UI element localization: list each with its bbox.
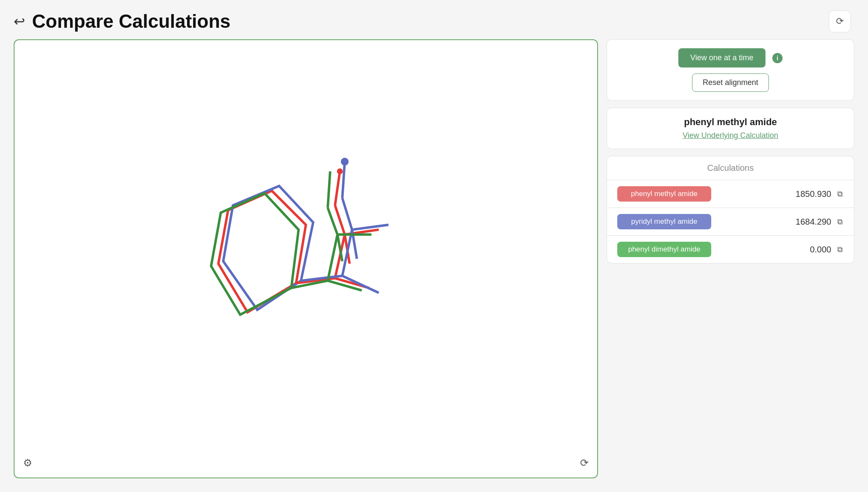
table-row: phenyl methyl amide 1850.930 ⧉ <box>607 180 854 208</box>
reset-alignment-button[interactable]: Reset alignment <box>692 73 769 92</box>
controls-card: View one at a time i Reset alignment <box>607 39 854 101</box>
calc-value-group-1: 1684.290 ⧉ <box>796 217 844 227</box>
main-content: ⚙ ⟳ View one at a time i Reset alignment… <box>0 39 868 492</box>
header-left: ↩ Compare Calculations <box>14 11 231 32</box>
calculations-card: Calculations phenyl methyl amide 1850.93… <box>607 156 854 264</box>
calc-value-2: 0.000 <box>810 245 831 255</box>
view-controls-row: View one at a time i <box>678 48 783 67</box>
svg-line-13 <box>342 161 345 198</box>
svg-point-24 <box>341 158 349 165</box>
svg-line-15 <box>352 225 388 229</box>
compound-label-red: phenyl methyl amide <box>617 186 711 202</box>
svg-line-12 <box>342 198 352 230</box>
svg-line-20 <box>328 171 330 208</box>
calc-value-1: 1684.290 <box>796 217 831 227</box>
svg-point-25 <box>337 168 343 174</box>
molecule-svg <box>15 40 597 477</box>
compound-label-green: phenyl dimethyl amide <box>617 242 711 257</box>
svg-line-6 <box>335 171 340 205</box>
calc-value-group-0: 1850.930 ⧉ <box>796 189 844 199</box>
table-row: phenyl dimethyl amide 0.000 ⧉ <box>607 236 854 263</box>
molecule-refresh-button[interactable]: ⟳ <box>580 457 589 469</box>
view-one-at-a-time-button[interactable]: View one at a time <box>678 48 765 67</box>
top-refresh-button[interactable]: ⟳ <box>829 10 851 32</box>
back-icon[interactable]: ↩ <box>14 13 25 29</box>
page-header: ↩ Compare Calculations ⟳ <box>0 0 868 39</box>
calc-value-0: 1850.930 <box>796 189 831 199</box>
view-underlying-calculation-link[interactable]: View Underlying Calculation <box>617 131 844 140</box>
calc-value-group-2: 0.000 ⧉ <box>810 244 844 255</box>
compound-card: phenyl methyl amide View Underlying Calc… <box>607 108 854 149</box>
compound-label-blue: pyridyl methyl amide <box>617 214 711 229</box>
settings-button[interactable]: ⚙ <box>23 457 32 469</box>
right-panel: View one at a time i Reset alignment phe… <box>607 39 854 478</box>
copy-button-0[interactable]: ⧉ <box>836 189 844 199</box>
compound-name: phenyl methyl amide <box>617 117 844 128</box>
table-row: pyridyl methyl amide 1684.290 ⧉ <box>607 208 854 236</box>
calculations-header: Calculations <box>607 156 854 180</box>
copy-button-2[interactable]: ⧉ <box>836 244 844 255</box>
page-title: Compare Calculations <box>32 11 231 32</box>
molecule-refresh-icon: ⟳ <box>580 457 589 469</box>
settings-icon: ⚙ <box>23 457 32 469</box>
molecule-viewer: ⚙ ⟳ <box>14 39 598 478</box>
top-refresh-icon: ⟳ <box>836 16 844 27</box>
copy-button-1[interactable]: ⧉ <box>836 217 844 227</box>
info-icon[interactable]: i <box>772 53 783 63</box>
